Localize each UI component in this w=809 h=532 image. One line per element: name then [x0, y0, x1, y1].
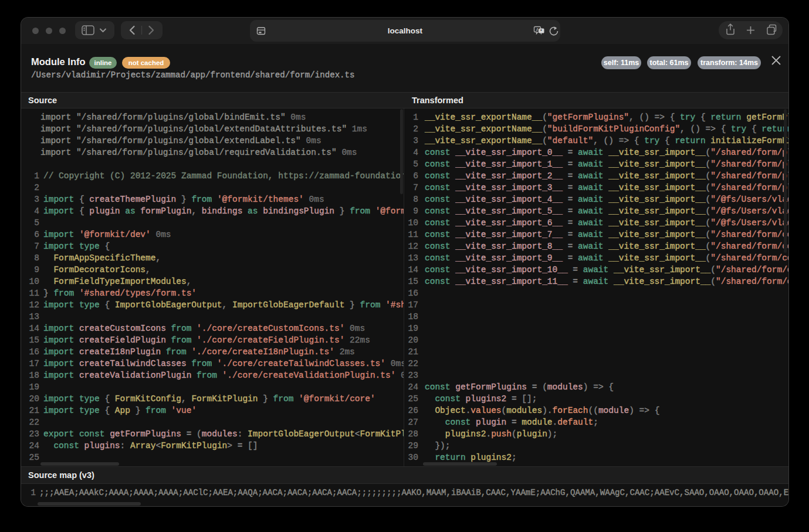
svg-text:*: * [540, 29, 542, 33]
